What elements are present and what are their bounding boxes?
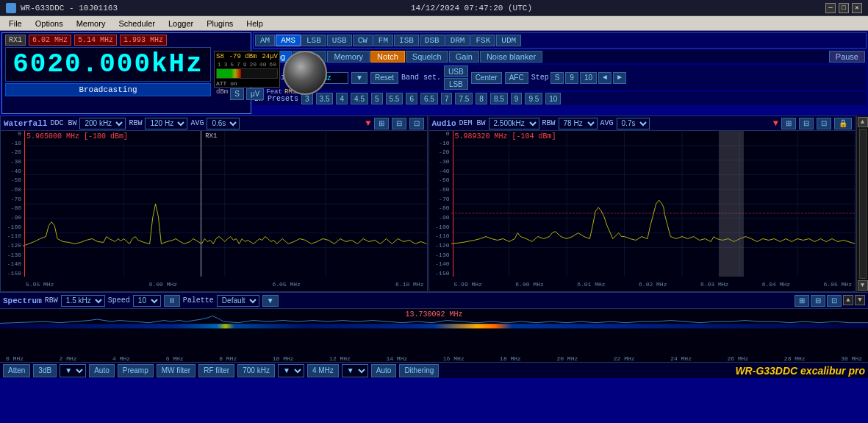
tab-btn-memory[interactable]: Memory [327, 51, 370, 63]
spec-btn3[interactable]: ⊡ [827, 295, 842, 307]
bw-65[interactable]: 6.5 [420, 93, 438, 104]
spec-scroll-down[interactable]: ▼ [855, 295, 865, 305]
menu-item-help[interactable]: Help [240, 18, 269, 29]
scroll-down-btn[interactable]: ▼ [858, 280, 868, 291]
maximize-button[interactable]: □ [839, 3, 849, 13]
mode-btn-lsb[interactable]: LSB [301, 35, 326, 46]
bw-45[interactable]: 4.5 [351, 93, 368, 104]
rf-filter-btn[interactable]: RF filter [198, 364, 234, 377]
s-val-btn[interactable]: S [550, 72, 564, 84]
tab-btn-notch[interactable]: Notch [370, 51, 405, 63]
dem-bw-select[interactable]: 2.500kHz [489, 118, 539, 129]
tab-btn-gain[interactable]: Gain [449, 51, 479, 63]
wf-canvas[interactable] [23, 131, 427, 277]
audio-btn3[interactable]: ⊡ [817, 118, 831, 129]
bw-85[interactable]: 8.5 [490, 93, 508, 104]
wf-btn3[interactable]: ⊡ [409, 118, 424, 129]
lsb-btn[interactable]: LSB [444, 78, 468, 90]
step9-btn[interactable]: 9 [565, 72, 578, 84]
scroll-track[interactable] [859, 129, 867, 279]
rf-4mhz-btn[interactable]: 4 MHz [307, 364, 339, 377]
mode-btn-cw[interactable]: CW [353, 35, 373, 46]
full-spectrum-waterfall[interactable]: 13.730092 MHz [0, 309, 868, 362]
step-right-btn[interactable]: ► [613, 72, 626, 84]
db3-btn[interactable]: 3dB [33, 364, 57, 377]
rf-4mhz-dropdown[interactable]: ▼ [342, 364, 368, 377]
mode-btn-ams[interactable]: AMS [276, 35, 301, 46]
audio-lock-btn[interactable]: 🔒 [834, 118, 852, 129]
auto2-btn[interactable]: Auto [371, 364, 397, 377]
spec-palette-select[interactable]: Default [217, 295, 259, 307]
atten-dropdown[interactable]: ▼ [60, 364, 86, 377]
uv-btn[interactable]: μV [246, 88, 264, 100]
bw-35[interactable]: 3.5 [316, 93, 334, 104]
spec-rbw-select[interactable]: 1.5 kHz [61, 295, 105, 307]
mw-filter-btn[interactable]: MW filter [157, 364, 196, 377]
bw-4[interactable]: 4 [336, 93, 348, 104]
menu-item-scheduler[interactable]: Scheduler [112, 18, 161, 29]
minimize-button[interactable]: ─ [825, 3, 836, 13]
pb-dropdown-btn[interactable]: ▼ [351, 72, 367, 84]
spec-speed-select[interactable]: 10 [133, 295, 161, 307]
spec-pause-btn[interactable]: ⏸ [164, 295, 180, 307]
preamp-btn[interactable]: Preamp [118, 364, 154, 377]
scroll-up-btn[interactable]: ▲ [858, 117, 868, 127]
menu-item-file[interactable]: File [3, 18, 28, 29]
bw-10[interactable]: 10 [545, 93, 561, 104]
auto-btn[interactable]: Auto [89, 364, 115, 377]
step10-btn[interactable]: 10 [580, 72, 597, 84]
tab-btn-noise-blanker[interactable]: Noise blanker [480, 51, 542, 63]
reset-btn[interactable]: Reset [370, 72, 398, 84]
spec-palette-drop[interactable]: ▼ [262, 295, 279, 307]
audio-btn2[interactable]: ⊟ [799, 118, 814, 129]
audio-btn1[interactable]: ⊞ [781, 118, 796, 129]
menu-item-options[interactable]: Options [29, 18, 69, 29]
spec-btn1[interactable]: ⊞ [795, 295, 809, 307]
atten-btn[interactable]: Atten [3, 364, 30, 377]
menu-item-logger[interactable]: Logger [162, 18, 199, 29]
wf-btn1[interactable]: ⊞ [374, 118, 389, 129]
bw-95[interactable]: 9.5 [525, 93, 542, 104]
mode-btn-fsk[interactable]: FSK [470, 35, 495, 46]
tab-btn-pause[interactable]: Pause [829, 51, 865, 63]
spec-scroll-up[interactable]: ▲ [843, 295, 853, 305]
bw-7[interactable]: 7 [441, 93, 453, 104]
bw-5[interactable]: 5 [371, 93, 383, 104]
spec-btn2[interactable]: ⊟ [811, 295, 825, 307]
mode-btn-dsb[interactable]: DSB [420, 35, 445, 46]
rf-freq-dropdown[interactable]: ▼ [278, 364, 304, 377]
close-button[interactable]: ✕ [852, 3, 862, 13]
step-left-btn[interactable]: ◄ [598, 72, 611, 84]
tuning-dial[interactable] [283, 51, 327, 95]
rf-700khz-btn[interactable]: 700 kHz [237, 364, 275, 377]
mode-btn-isb[interactable]: ISB [394, 35, 419, 46]
afc-btn[interactable]: AFC [505, 72, 528, 84]
audio-canvas[interactable] [451, 131, 856, 277]
tab-btn-squelch[interactable]: Squelch [406, 51, 448, 63]
wf-btn2[interactable]: ⊟ [392, 118, 406, 129]
menu-item-memory[interactable]: Memory [71, 18, 112, 29]
s-btn[interactable]: S [230, 88, 244, 100]
ddc-bw-select[interactable]: 200 kHz [79, 118, 126, 129]
usb-btn[interactable]: USB [444, 65, 468, 77]
frequency-display[interactable]: 6020.000kHz [5, 47, 211, 82]
mode-btn-usb[interactable]: USB [327, 35, 352, 46]
mode-btn-am[interactable]: AM [255, 35, 275, 46]
bw-8[interactable]: 8 [476, 93, 487, 104]
bw-9[interactable]: 9 [511, 93, 523, 104]
bw-75[interactable]: 7.5 [455, 93, 473, 104]
center-btn[interactable]: Center [471, 72, 502, 84]
audio-avg-select[interactable]: 0.7s [617, 118, 650, 129]
wf-x3: 6.10 MHz [395, 281, 423, 288]
mode-btn-drm[interactable]: DRM [445, 35, 470, 46]
bw-6[interactable]: 6 [406, 93, 417, 104]
mode-btn-fm[interactable]: FM [373, 35, 393, 46]
menu-item-plugins[interactable]: Plugins [201, 18, 239, 29]
rx-top-row: RX1 6.02 MHz 5.14 MHz 1.993 MHz [5, 35, 248, 46]
audio-rbw-select[interactable]: 78 Hz [559, 118, 598, 129]
dithering-btn[interactable]: Dithering [399, 364, 439, 377]
wf-avg-select[interactable]: 0.6s [207, 118, 240, 129]
mode-btn-udm[interactable]: UDM [496, 35, 521, 46]
wf-rbw-select[interactable]: 120 Hz [145, 118, 187, 129]
bw-55[interactable]: 5.5 [386, 93, 403, 104]
